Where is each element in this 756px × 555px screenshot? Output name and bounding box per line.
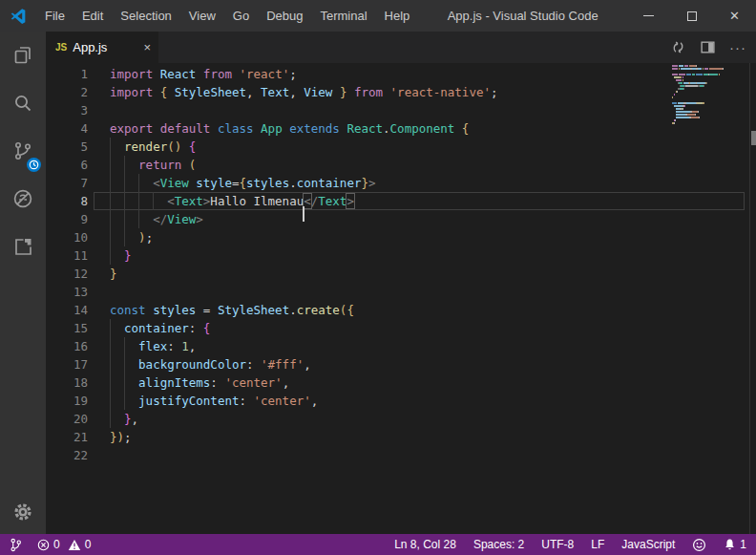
line-number: 11 <box>46 246 88 265</box>
code-line[interactable]: 6return ( <box>46 156 756 174</box>
code-line[interactable]: 12} <box>46 265 756 283</box>
code-line[interactable]: 13 <box>46 283 756 301</box>
code-line[interactable]: 4export default class App extends React.… <box>46 119 756 138</box>
sidebar-item-explorer[interactable] <box>0 32 46 79</box>
code-line[interactable]: 10); <box>46 228 756 246</box>
code-line[interactable]: 16flex: 1, <box>46 337 756 355</box>
code-token: . <box>289 176 297 190</box>
code-line[interactable]: 1import React from 'react'; <box>46 65 756 83</box>
window-controls: ✕ <box>627 0 756 32</box>
code-line[interactable]: 5render() { <box>46 138 756 156</box>
code-token: React <box>160 67 197 81</box>
code-token: } <box>110 267 117 281</box>
code-line[interactable]: 2import { StyleSheet, Text, View } from … <box>46 83 756 101</box>
code-token <box>153 67 160 81</box>
code-line[interactable]: 3 <box>46 101 756 119</box>
menu-edit[interactable]: Edit <box>74 0 112 32</box>
settings-button[interactable] <box>0 490 46 534</box>
code-line[interactable]: 14const styles = StyleSheet.create({ <box>46 301 756 319</box>
code-token: 'react-native' <box>390 85 491 99</box>
cursor-position[interactable]: Ln 8, Col 28 <box>394 538 456 551</box>
settings-gear-icon <box>11 501 34 523</box>
line-number: 2 <box>46 83 88 101</box>
feedback-button[interactable] <box>692 538 706 552</box>
code-token: create <box>297 303 340 317</box>
menu-help[interactable]: Help <box>376 0 419 32</box>
close-button[interactable]: ✕ <box>713 0 756 32</box>
indent-guide <box>138 192 153 210</box>
code-token: 1 <box>181 339 189 353</box>
code-token: } <box>124 248 132 263</box>
code-line[interactable]: 11} <box>46 246 756 265</box>
code-token: Hallo Ilmenau <box>210 194 304 208</box>
code-token: import <box>110 67 153 81</box>
code-line[interactable]: 20}, <box>46 410 756 428</box>
open-changes-icon[interactable] <box>670 39 686 55</box>
code-token: style <box>196 176 232 190</box>
sidebar-item-extensions[interactable] <box>0 223 46 270</box>
code-token: { <box>462 121 470 136</box>
code-token: 'center' <box>254 394 311 408</box>
line-number: 12 <box>46 265 88 283</box>
indent-guide <box>124 392 138 410</box>
minimap[interactable] <box>672 65 733 128</box>
code-token <box>346 85 354 99</box>
code-token: View <box>167 212 196 226</box>
code-token: View <box>304 85 332 99</box>
code-line[interactable]: 15container: { <box>46 319 756 337</box>
code-line[interactable]: 19justifyContent: 'center', <box>46 392 756 410</box>
code-token: { <box>346 303 354 317</box>
code-token: extends <box>289 121 340 136</box>
activity-bar <box>0 32 46 534</box>
code-editor[interactable]: 1import React from 'react';2import { Sty… <box>46 63 756 534</box>
sidebar-item-search[interactable] <box>0 79 46 127</box>
code-token: Text <box>318 194 346 208</box>
code-line[interactable]: 17backgroundColor: '#fff', <box>46 355 756 374</box>
menu-view[interactable]: View <box>180 0 224 32</box>
line-number: 22 <box>46 446 88 464</box>
menu-debug[interactable]: Debug <box>258 0 311 32</box>
tab-appjs[interactable]: JS App.js × <box>46 32 158 63</box>
indent-guide <box>110 174 124 192</box>
menu-file[interactable]: File <box>36 0 74 32</box>
code-token: default <box>160 121 211 136</box>
maximize-icon <box>687 11 697 21</box>
line-number: 19 <box>46 392 88 410</box>
code-token: : <box>246 357 261 372</box>
line-number: 8 <box>46 192 88 210</box>
problems-button[interactable]: 0 0 <box>37 538 91 551</box>
language-mode[interactable]: JavaScript <box>621 538 675 551</box>
tab-close-icon[interactable]: × <box>139 40 151 54</box>
split-editor-icon[interactable] <box>700 39 716 55</box>
maximize-button[interactable] <box>670 0 713 32</box>
code-token: ) <box>117 430 125 444</box>
sidebar-item-debug[interactable] <box>0 175 46 223</box>
code-line[interactable]: 9</View> <box>46 210 756 228</box>
encoding-setting[interactable]: UTF-8 <box>541 538 574 551</box>
search-icon <box>11 92 34 115</box>
code-line[interactable]: 8<Text>Hallo Ilmenau</Text> <box>46 192 756 210</box>
minimize-button[interactable] <box>627 0 670 32</box>
menu-go[interactable]: Go <box>224 0 258 32</box>
code-token <box>181 158 189 172</box>
indentation-setting[interactable]: Spaces: 2 <box>473 538 524 551</box>
code-line[interactable]: 22 <box>46 446 756 464</box>
menu-selection[interactable]: Selection <box>112 0 179 32</box>
git-branch-button[interactable] <box>10 538 22 552</box>
code-token <box>167 85 175 99</box>
code-line[interactable]: 7<View style={styles.container}> <box>46 174 756 192</box>
overview-ruler[interactable] <box>749 63 756 534</box>
menu-terminal[interactable]: Terminal <box>311 0 375 32</box>
more-actions-icon[interactable]: ··· <box>729 40 746 54</box>
sidebar-item-source-control[interactable] <box>0 127 46 175</box>
notifications-button[interactable]: 1 <box>724 538 746 551</box>
code-token <box>254 121 262 136</box>
code-token: ( <box>189 158 197 172</box>
warning-count: 0 <box>85 538 92 551</box>
code-line[interactable]: 21}); <box>46 428 756 446</box>
code-lines: 1import React from 'react';2import { Sty… <box>46 65 756 464</box>
code-token: backgroundColor <box>138 357 246 372</box>
eol-setting[interactable]: LF <box>591 538 604 551</box>
code-line[interactable]: 18alignItems: 'center', <box>46 374 756 392</box>
code-token: > <box>368 176 376 190</box>
